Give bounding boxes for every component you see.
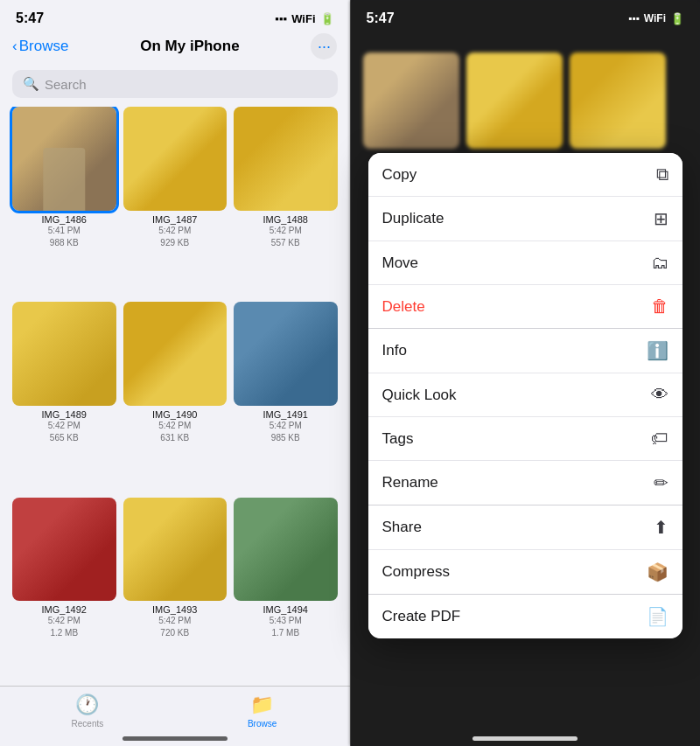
share-icon: ⬆ bbox=[654, 517, 668, 538]
file-thumb-img1490 bbox=[123, 302, 228, 406]
createpdf-icon: 📄 bbox=[647, 606, 668, 627]
copy-label: Copy bbox=[382, 166, 417, 184]
signal-icon: ▪▪▪ bbox=[275, 12, 287, 25]
back-label: Browse bbox=[19, 38, 69, 55]
menu-item-move[interactable]: Move 🗂 bbox=[368, 241, 683, 285]
file-name: IMG_1488 bbox=[263, 214, 308, 225]
right-panel: 5:47 ▪▪▪ WiFi 🔋 Copy ⧉ Duplicate ⊞ Move … bbox=[351, 0, 701, 746]
file-thumb-img1487 bbox=[123, 107, 228, 211]
file-thumb-img1493 bbox=[123, 498, 228, 602]
file-item-img1486[interactable]: IMG_1486 5:41 PM988 KB bbox=[12, 107, 116, 295]
file-meta: 5:42 PM631 KB bbox=[158, 420, 191, 444]
chevron-left-icon: ‹ bbox=[12, 38, 18, 55]
menu-item-rename[interactable]: Rename ✏ bbox=[368, 461, 683, 505]
menu-item-share[interactable]: Share ⬆ bbox=[368, 505, 683, 550]
menu-group-4: Create PDF 📄 bbox=[368, 595, 683, 638]
left-panel: 5:47 ▪▪▪ WiFi 🔋 ‹ Browse On My iPhone ··… bbox=[0, 0, 350, 746]
move-label: Move bbox=[382, 254, 419, 272]
delete-label: Delete bbox=[382, 298, 425, 316]
home-indicator-right bbox=[472, 736, 578, 741]
file-grid: IMG_1486 5:41 PM988 KB IMG_1487 5:42 PM9… bbox=[0, 107, 350, 686]
createpdf-label: Create PDF bbox=[382, 608, 461, 625]
recents-icon: 🕐 bbox=[75, 694, 99, 716]
tab-browse-label: Browse bbox=[248, 719, 276, 729]
status-bar-right: 5:47 ▪▪▪ WiFi 🔋 bbox=[351, 0, 701, 30]
file-thumb-img1491 bbox=[234, 302, 338, 406]
time-right: 5:47 bbox=[367, 10, 395, 26]
share-label: Share bbox=[382, 519, 422, 536]
file-meta: 5:41 PM988 KB bbox=[48, 225, 80, 249]
file-thumb-img1486 bbox=[12, 107, 116, 211]
file-meta: 5:42 PM557 KB bbox=[270, 225, 302, 249]
duplicate-icon: ⊞ bbox=[654, 208, 668, 229]
file-name: IMG_1492 bbox=[42, 604, 87, 615]
file-meta: 5:42 PM929 KB bbox=[158, 225, 191, 249]
file-item-img1492[interactable]: IMG_1492 5:42 PM1.2 MB bbox=[12, 498, 116, 686]
tab-recents-label: Recents bbox=[72, 719, 104, 729]
browse-icon: 📁 bbox=[250, 694, 274, 716]
file-thumb-img1492 bbox=[12, 498, 116, 602]
file-name: IMG_1486 bbox=[42, 214, 87, 225]
tags-icon: 🏷 bbox=[651, 429, 668, 449]
more-icon: ··· bbox=[318, 38, 331, 56]
file-meta: 5:42 PM985 KB bbox=[270, 420, 302, 444]
menu-item-delete[interactable]: Delete 🗑 bbox=[368, 285, 683, 328]
tags-label: Tags bbox=[382, 430, 414, 448]
menu-group-2: Info ℹ️ Quick Look 👁 Tags 🏷 Rename ✏ bbox=[368, 329, 683, 505]
file-item-img1490[interactable]: IMG_1490 5:42 PM631 KB bbox=[123, 302, 228, 490]
delete-icon: 🗑 bbox=[651, 296, 668, 317]
file-thumb-img1494 bbox=[234, 498, 338, 602]
file-meta: 5:43 PM1.7 MB bbox=[270, 615, 302, 639]
file-item-img1491[interactable]: IMG_1491 5:42 PM985 KB bbox=[234, 302, 338, 490]
battery-icon: 🔋 bbox=[320, 12, 334, 25]
file-item-img1487[interactable]: IMG_1487 5:42 PM929 KB bbox=[123, 107, 228, 295]
menu-group-3: Share ⬆ Compress 📦 bbox=[368, 505, 683, 595]
battery-icon-right: 🔋 bbox=[670, 12, 684, 25]
quicklook-label: Quick Look bbox=[382, 387, 457, 404]
back-button[interactable]: ‹ Browse bbox=[12, 38, 68, 55]
search-placeholder: Search bbox=[45, 77, 87, 92]
menu-group-1: Copy ⧉ Duplicate ⊞ Move 🗂 Delete 🗑 bbox=[368, 153, 683, 329]
bg-thumb-2 bbox=[466, 52, 563, 149]
status-icons-right: ▪▪▪ WiFi 🔋 bbox=[628, 12, 684, 25]
context-menu: Copy ⧉ Duplicate ⊞ Move 🗂 Delete 🗑 Info … bbox=[368, 153, 683, 638]
file-item-img1488[interactable]: IMG_1488 5:42 PM557 KB bbox=[234, 107, 338, 295]
menu-item-info[interactable]: Info ℹ️ bbox=[368, 329, 683, 373]
menu-item-compress[interactable]: Compress 📦 bbox=[368, 550, 683, 594]
file-item-img1489[interactable]: IMG_1489 5:42 PM565 KB bbox=[12, 302, 116, 490]
info-icon: ℹ️ bbox=[647, 340, 668, 361]
file-name: IMG_1487 bbox=[152, 214, 197, 225]
tab-browse[interactable]: 📁 Browse bbox=[175, 694, 350, 729]
menu-item-duplicate[interactable]: Duplicate ⊞ bbox=[368, 197, 683, 241]
file-name: IMG_1489 bbox=[42, 409, 87, 420]
signal-icon-right: ▪▪▪ bbox=[628, 12, 640, 24]
compress-label: Compress bbox=[382, 563, 450, 581]
bg-thumb-3 bbox=[570, 52, 666, 149]
compress-icon: 📦 bbox=[647, 561, 668, 582]
menu-item-tags[interactable]: Tags 🏷 bbox=[368, 417, 683, 461]
more-button[interactable]: ··· bbox=[311, 33, 337, 59]
bg-thumb-1 bbox=[363, 52, 459, 149]
status-bar-left: 5:47 ▪▪▪ WiFi 🔋 bbox=[0, 0, 350, 30]
file-meta: 5:42 PM565 KB bbox=[48, 420, 80, 444]
file-item-img1494[interactable]: IMG_1494 5:43 PM1.7 MB bbox=[234, 498, 338, 686]
copy-icon: ⧉ bbox=[656, 164, 668, 185]
rename-icon: ✏ bbox=[654, 472, 668, 493]
status-icons-left: ▪▪▪ WiFi 🔋 bbox=[275, 12, 333, 25]
search-bar[interactable]: 🔍 Search bbox=[12, 70, 338, 98]
duplicate-label: Duplicate bbox=[382, 210, 444, 227]
menu-item-createpdf[interactable]: Create PDF 📄 bbox=[368, 595, 683, 638]
move-icon: 🗂 bbox=[651, 253, 668, 273]
info-label: Info bbox=[382, 342, 407, 359]
menu-item-quicklook[interactable]: Quick Look 👁 bbox=[368, 373, 683, 417]
file-meta: 5:42 PM1.2 MB bbox=[48, 615, 80, 639]
file-item-img1493[interactable]: IMG_1493 5:42 PM720 KB bbox=[123, 498, 228, 686]
time-left: 5:47 bbox=[16, 10, 44, 26]
file-name: IMG_1493 bbox=[152, 604, 197, 615]
file-name: IMG_1491 bbox=[263, 409, 308, 420]
tab-recents[interactable]: 🕐 Recents bbox=[0, 694, 175, 729]
file-name: IMG_1494 bbox=[263, 604, 308, 615]
search-icon: 🔍 bbox=[23, 76, 39, 92]
nav-bar: ‹ Browse On My iPhone ··· bbox=[0, 30, 350, 66]
menu-item-copy[interactable]: Copy ⧉ bbox=[368, 153, 683, 197]
